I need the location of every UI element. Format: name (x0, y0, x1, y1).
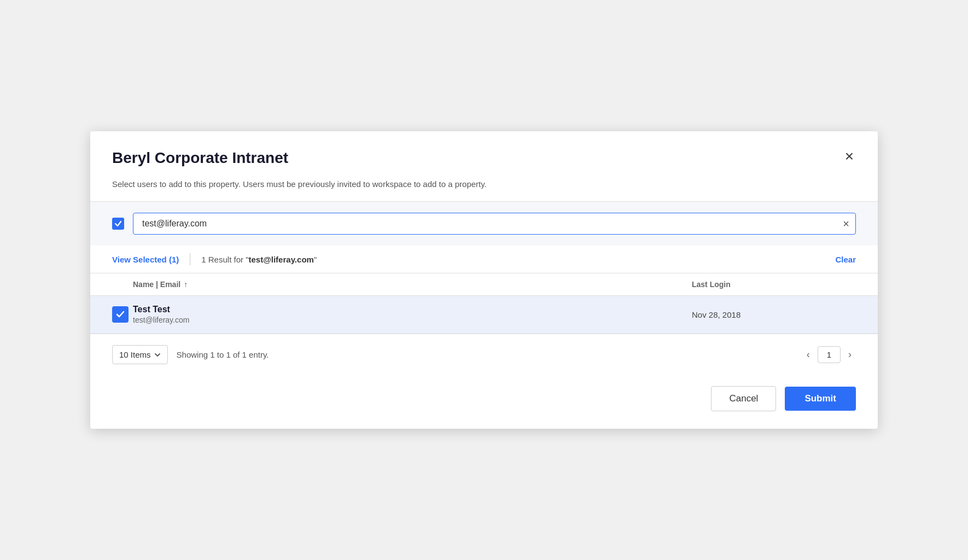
view-selected-button[interactable]: View Selected (1) (112, 255, 190, 264)
cancel-button[interactable]: Cancel (711, 386, 776, 411)
search-row: × (90, 202, 878, 246)
prev-page-button[interactable]: ‹ (802, 347, 814, 363)
close-button[interactable]: × (843, 149, 856, 164)
items-per-page-label: 10 Items (119, 350, 151, 359)
clear-button[interactable]: Clear (835, 255, 856, 264)
current-page: 1 (818, 346, 841, 363)
page-nav: ‹ 1 › (802, 346, 856, 363)
result-query: test@liferay.com (248, 255, 313, 264)
search-input[interactable] (133, 213, 856, 235)
col-name-header: Name | Email ↑ (133, 280, 692, 289)
modal-title: Beryl Corporate Intranet (112, 149, 288, 167)
sort-icon[interactable]: ↑ (184, 280, 188, 289)
col-name-label: Name | Email (133, 280, 180, 289)
row-name-col: Test Test test@liferay.com (133, 305, 692, 324)
modal-subtitle: Select users to add to this property. Us… (90, 178, 878, 202)
filter-row: View Selected (1) 1 Result for "test@lif… (90, 246, 878, 273)
modal-header: Beryl Corporate Intranet × (90, 131, 878, 178)
modal-footer: Cancel Submit (90, 375, 878, 429)
table-row: Test Test test@liferay.com Nov 28, 2018 (90, 296, 878, 334)
next-page-button[interactable]: › (844, 347, 856, 363)
submit-button[interactable]: Submit (785, 387, 856, 411)
dropdown-arrow-icon (154, 352, 161, 358)
search-input-wrapper: × (133, 213, 856, 235)
modal-container: Beryl Corporate Intranet × Select users … (90, 131, 878, 429)
row-checkbox[interactable] (112, 306, 129, 323)
user-name: Test Test (133, 305, 692, 314)
row-last-login: Nov 28, 2018 (692, 310, 856, 319)
showing-text: Showing 1 to 1 of 1 entry. (177, 350, 802, 359)
user-email: test@liferay.com (133, 316, 692, 324)
table-header: Name | Email ↑ Last Login (90, 273, 878, 296)
col-login-header: Last Login (692, 280, 856, 289)
pagination-row: 10 Items Showing 1 to 1 of 1 entry. ‹ 1 … (90, 334, 878, 375)
row-checkbox-wrapper (112, 306, 133, 323)
select-all-checkbox[interactable] (112, 218, 124, 230)
items-per-page-dropdown[interactable]: 10 Items (112, 345, 168, 364)
search-clear-button[interactable]: × (843, 218, 849, 229)
result-text: 1 Result for "test@liferay.com" (201, 255, 835, 264)
filter-divider (190, 253, 190, 265)
